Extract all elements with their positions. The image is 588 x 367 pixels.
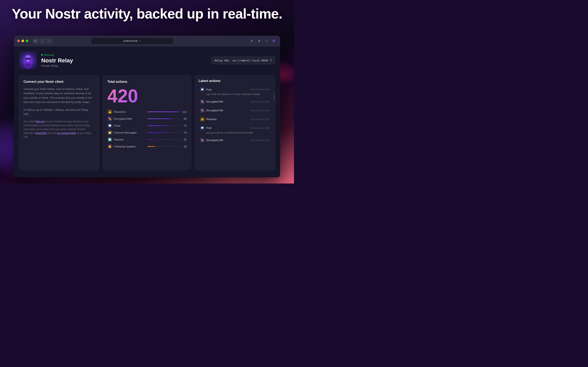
stat-count: 42 bbox=[181, 138, 187, 141]
actions-container: 💬 Post 18:14 Feb 06, 2023 ngl i think we… bbox=[199, 86, 271, 145]
stat-label: Reactions bbox=[114, 110, 146, 113]
scrollbar[interactable] bbox=[274, 94, 275, 100]
stat-icon: 💬 bbox=[107, 123, 112, 128]
action-divider bbox=[199, 106, 271, 107]
stat-label: Following Updates bbox=[114, 145, 146, 148]
action-type: Reaction bbox=[206, 118, 249, 121]
address-bar[interactable]: umbrel.local ↻ bbox=[91, 38, 173, 44]
action-type: Post bbox=[206, 88, 249, 91]
connect-card-title: Connect your Nostr client bbox=[24, 80, 95, 83]
action-content: ngl i think we deserve a 16 year long be… bbox=[200, 92, 270, 96]
stat-count: 70 bbox=[181, 131, 187, 134]
action-type: Encrypted DM bbox=[206, 109, 249, 112]
stat-count: 70 bbox=[181, 124, 187, 127]
action-time: 18:14 Feb 06, 2023 bbox=[250, 127, 270, 129]
stat-bar bbox=[147, 125, 167, 126]
action-time: 18:14 Feb 06, 2023 bbox=[250, 118, 270, 120]
relay-url-value: ws://umbrel.local:4848 bbox=[233, 59, 268, 62]
total-card-title: Total actions bbox=[107, 80, 187, 83]
tailscale-link[interactable]: Tailscale bbox=[35, 120, 44, 123]
stat-row: 💬 Posts 70 bbox=[107, 123, 187, 128]
relay-url-badge: Relay URL: ws://umbrel.local:4848 ⧉ bbox=[211, 57, 275, 64]
action-item: 💬 Post 18:14 Feb 06, 2023 ngl i think we… bbox=[199, 86, 271, 97]
stat-icon: 📁 bbox=[107, 130, 112, 135]
action-icon-post: 💬 bbox=[200, 126, 205, 130]
action-time: 18:14 Feb 06, 2023 bbox=[250, 139, 270, 142]
app-status: Running bbox=[41, 53, 211, 57]
new-tab-icon[interactable]: + bbox=[264, 38, 269, 44]
connect-card: Connect your Nostr client Connect your N… bbox=[19, 75, 99, 170]
app-name: Nostr Relay bbox=[41, 57, 211, 64]
copy-icon[interactable]: ⧉ bbox=[270, 59, 272, 62]
svg-point-10 bbox=[24, 64, 32, 68]
relay-url-label: Relay URL: bbox=[215, 59, 231, 62]
share-icon[interactable]: ⬆ bbox=[256, 38, 262, 44]
tip-url-link[interactable]: ws://umbrel:4848 bbox=[57, 132, 76, 134]
latest-card-title: Latest actions bbox=[199, 79, 271, 83]
latest-actions-card: Latest actions 💬 Post 18:14 Feb 06, 2023… bbox=[195, 75, 275, 170]
stat-bar-wrap bbox=[147, 111, 179, 112]
back-button[interactable]: ‹ bbox=[39, 38, 45, 44]
stat-bar-wrap bbox=[147, 146, 179, 147]
stat-bar-wrap bbox=[147, 125, 179, 126]
svg-rect-6 bbox=[28, 58, 28, 59]
svg-rect-5 bbox=[28, 58, 31, 59]
action-icon-dm: ✏️ bbox=[200, 108, 205, 113]
stat-icon: ⭐ bbox=[107, 144, 112, 149]
action-item: ✏️ Encrypted DM 18:14 Feb 06, 2023 bbox=[199, 137, 271, 145]
app-icon bbox=[19, 51, 37, 69]
connect-body-1: Connect your Nostr clients, such as Damu… bbox=[24, 87, 95, 104]
tip-text: Tip: Install Tailscale on your Umbrel an… bbox=[24, 120, 95, 139]
stat-label: Posts bbox=[114, 124, 146, 127]
action-divider bbox=[199, 136, 271, 136]
magicdns-link[interactable]: MagicDNS bbox=[35, 132, 47, 134]
stat-bar bbox=[147, 146, 155, 147]
app-subtitle: Private Relay bbox=[41, 64, 211, 67]
svg-rect-4 bbox=[25, 58, 28, 59]
action-item: ✏️ Encrypted DM 18:14 Feb 06, 2023 bbox=[199, 98, 271, 106]
action-time: 18:14 Feb 06, 2023 bbox=[250, 100, 270, 103]
connect-card-body: Connect your Nostr clients, such as Damu… bbox=[24, 87, 95, 139]
tip-prefix: Tip: Install bbox=[24, 120, 35, 123]
app-icon-image bbox=[19, 51, 37, 69]
stat-row: ✏️ Encrypted DMs 84 bbox=[107, 116, 187, 121]
action-content: just got a job as a professional hand mo… bbox=[200, 131, 270, 134]
stat-label: Encrypted DMs bbox=[114, 117, 146, 120]
stat-bar bbox=[147, 132, 167, 133]
stat-icon: 🔄 bbox=[107, 137, 112, 142]
stat-icon: 👍 bbox=[107, 109, 112, 114]
close-button[interactable] bbox=[17, 40, 20, 42]
action-type: Post bbox=[206, 126, 249, 129]
action-icon-dm: ✏️ bbox=[200, 138, 205, 142]
status-text: Running bbox=[44, 53, 54, 57]
stat-bar bbox=[147, 118, 171, 119]
app-header: Running Nostr Relay Private Relay Relay … bbox=[19, 51, 275, 69]
stat-bar bbox=[147, 111, 179, 112]
nav-controls: ⊟ ‹ › bbox=[33, 38, 52, 44]
fullscreen-button[interactable] bbox=[26, 40, 28, 42]
download-icon[interactable]: ⬇ bbox=[249, 38, 255, 44]
hero-title: Your Nostr activity, backed up in real-t… bbox=[0, 6, 294, 21]
stat-bar-wrap bbox=[147, 118, 179, 119]
stat-row: 📁 Channel Messages 70 bbox=[107, 130, 187, 135]
stat-count: 28 bbox=[181, 145, 187, 148]
stat-bar-wrap bbox=[147, 132, 179, 133]
stat-label: Channel Messages bbox=[114, 131, 146, 134]
traffic-lights bbox=[17, 40, 28, 42]
total-number: 420 bbox=[107, 87, 187, 105]
action-type: Encrypted DM bbox=[206, 139, 249, 142]
reload-icon[interactable]: ↻ bbox=[139, 40, 141, 42]
total-actions-card: Total actions 420 👍 Reactions 112 ✏️ Enc… bbox=[103, 75, 191, 170]
stat-row: ⭐ Following Updates 28 bbox=[107, 144, 187, 149]
minimize-button[interactable] bbox=[21, 40, 24, 42]
forward-button[interactable]: › bbox=[46, 38, 52, 44]
browser-chrome: ⊟ ‹ › umbrel.local ↻ ⬇ ⬆ + ⧉ bbox=[14, 36, 280, 46]
app-info: Running Nostr Relay Private Relay bbox=[41, 53, 211, 67]
action-icon-post: 💬 bbox=[200, 87, 205, 92]
action-icon-reaction: 👍 bbox=[200, 117, 205, 122]
action-icon-dm: ✏️ bbox=[200, 100, 205, 104]
browser-content: Running Nostr Relay Private Relay Relay … bbox=[14, 46, 280, 177]
stat-icon: ✏️ bbox=[107, 116, 112, 121]
action-item: 👍 Reaction 18:14 Feb 06, 2023 bbox=[199, 116, 271, 124]
sidebar-toggle[interactable]: ⊟ bbox=[33, 38, 38, 44]
